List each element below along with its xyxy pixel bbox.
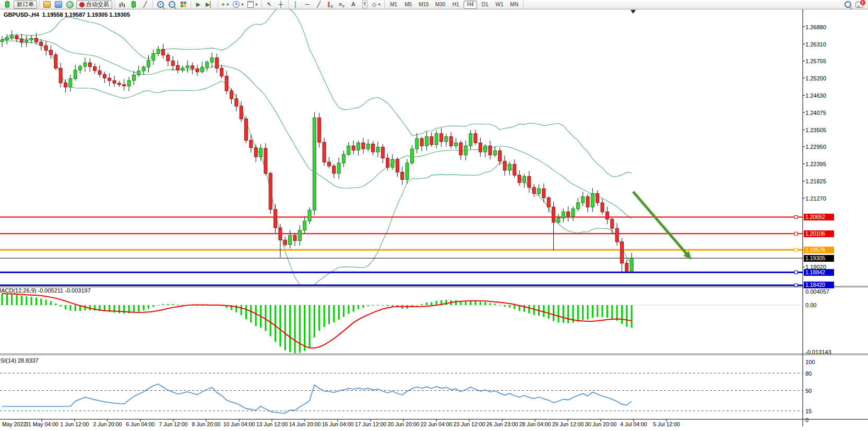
fibonacci-icon[interactable]: ≡F	[337, 1, 347, 8]
market-watch-icon[interactable]	[42, 1, 52, 8]
time-axis-label-11: 17 Jun 12:00	[355, 421, 387, 427]
symbol-period-label: GBPUSD-,H4	[4, 11, 39, 18]
trendline-icon[interactable]: ╱	[314, 1, 324, 8]
timeframe-m1[interactable]: M1	[387, 1, 400, 9]
time-axis-label-13: 22 Jun 04:00	[421, 421, 453, 427]
toolbar-group-5: +▼▼▼	[218, 0, 262, 9]
data-window-icon[interactable]	[53, 1, 64, 8]
chart-canvas[interactable]	[0, 0, 868, 431]
rsi-indicator-label: RSI(14) 28.8337	[0, 357, 39, 364]
time-axis-label-15: 26 Jun 23:00	[486, 421, 518, 427]
time-axis-label-5: 7 Jun 12:00	[159, 421, 188, 427]
price-axis-tick-1.21270: 1.21270	[805, 195, 826, 202]
price-level-badge-1.20106[interactable]: 1.20106	[804, 230, 834, 237]
time-axis-label-3: 2 Jun 20:00	[93, 421, 122, 427]
price-axis-tick-1.22950: 1.22950	[805, 144, 826, 150]
rsi-axis-80: 80	[805, 370, 812, 377]
time-axis-label-1: 31 May 04:00	[25, 421, 58, 427]
timeframe-d1[interactable]: D1	[478, 1, 492, 9]
macd-values: -0.005211 -0.003197	[38, 287, 90, 294]
ohlc-values: 1.19558 1.19587 1.19305 1.19305	[42, 11, 130, 18]
chart-shift-marker	[631, 10, 636, 14]
market-watch-icon	[43, 1, 51, 8]
time-axis-label-17: 29 Jun 12:00	[552, 421, 584, 427]
templates-icon[interactable]: ▼	[246, 1, 259, 8]
price-level-badge-1.18420[interactable]: 1.18420	[804, 282, 834, 288]
toolbar-group-7: │─╱∥E≡FAT◇▼	[289, 0, 385, 9]
price-axis-tick-1.23505: 1.23505	[805, 127, 826, 133]
indicators-icon[interactable]: +▼	[220, 1, 231, 8]
dropdown-arrow-icon: ▼	[377, 3, 381, 6]
equidistant-channel-icon[interactable]: ∥E	[325, 1, 336, 8]
rsi-axis-50: 50	[805, 388, 812, 394]
price-axis-tick-1.24075: 1.24075	[805, 110, 826, 116]
zoom-out-icon[interactable]: −	[167, 1, 177, 8]
time-axis-label-16: 28 Jun 04:00	[519, 421, 551, 427]
vertical-line-icon[interactable]: │	[291, 1, 301, 8]
price-level-badge-1.18842[interactable]: 1.18842	[804, 269, 834, 276]
cursor-icon[interactable]: ↖	[264, 1, 275, 8]
search-icon[interactable]	[842, 1, 853, 8]
horizontal-line-icon[interactable]: ─	[302, 1, 313, 8]
time-axis-label-4: 6 Jun 04:00	[126, 421, 155, 427]
chart-shift-icon[interactable]: ▶▏	[205, 1, 216, 8]
timeframe-m15[interactable]: M15	[416, 1, 431, 9]
rsi-axis-0: 0	[805, 417, 808, 423]
macd-axis-max: 0.004057	[805, 288, 829, 295]
price-axis-tick-1.26310: 1.26310	[805, 41, 826, 48]
chart-title: GBPUSD-,H41.19558 1.19587 1.19305 1.1930…	[4, 11, 130, 18]
price-axis-tick-1.22395: 1.22395	[805, 161, 826, 167]
arrows-icon[interactable]: ◇▼	[371, 1, 382, 8]
toolbar-group-4: ▶▶▏	[191, 0, 218, 9]
trend-arrow-annotation[interactable]	[633, 192, 688, 255]
toolbar: 新订单自动交易╱+−▶▶▏+▼▼▼↖┼│─╱∥E≡FAT◇▼M1M5M15M30…	[0, 0, 868, 9]
timeframe-m5[interactable]: M5	[401, 1, 415, 9]
timeframe-h4[interactable]: H4	[463, 1, 477, 9]
text-icon[interactable]: A	[348, 1, 359, 8]
time-axis-label-20: 5 Jul 12:00	[653, 421, 680, 427]
tile-windows-icon[interactable]	[178, 1, 188, 8]
timeframe-mn[interactable]: MN	[507, 1, 521, 9]
time-axis-label-12: 20 Jun 20:00	[388, 421, 420, 427]
price-level-badge-1.19576[interactable]: 1.19576	[804, 247, 834, 253]
toolbar-group-2: ╱	[115, 0, 153, 9]
time-axis-label-6: 8 Jun 20:00	[192, 421, 221, 427]
timeframe-m30[interactable]: M30	[433, 1, 448, 9]
rsi-axis-100: 100	[805, 359, 815, 365]
price-axis-tick-1.25200: 1.25200	[805, 75, 826, 81]
time-axis-label-8: 13 Jun 12:00	[256, 421, 288, 427]
autotrading-button-label: 自动交易	[86, 1, 109, 8]
new-order-button[interactable]: 新订单	[14, 1, 37, 9]
macd-axis-zero: 0.00	[805, 302, 816, 308]
toolbar-group-1: 自动交易	[40, 0, 115, 9]
navigator-icon[interactable]	[65, 1, 75, 8]
text-label-icon[interactable]: T	[360, 1, 370, 8]
rsi-axis-15: 15	[805, 408, 812, 414]
time-axis-label-18: 30 Jun 20:00	[585, 421, 617, 427]
price-level-badge-1.20652[interactable]: 1.20652	[804, 214, 834, 220]
crosshair-icon[interactable]: ┼	[276, 1, 286, 8]
zoom-in-icon[interactable]: +	[155, 1, 165, 8]
candlestick-chart-icon[interactable]	[128, 1, 139, 8]
toolbar-right-group: 1	[840, 0, 868, 9]
price-axis-tick-1.21825: 1.21825	[805, 178, 826, 184]
autotrading-button[interactable]: 自动交易	[76, 1, 112, 9]
time-axis-label-9: 14 Jun 20:00	[289, 421, 321, 427]
timeframe-h1[interactable]: H1	[449, 1, 462, 9]
line-chart-icon[interactable]: ╱	[140, 1, 150, 8]
toolbar-group-6: ↖┼	[262, 0, 289, 9]
symbol-mini-icon[interactable]	[2, 1, 13, 8]
time-axis-label-7: 10 Jun 04:00	[223, 421, 255, 427]
dropdown-arrow-icon: ▼	[241, 3, 244, 6]
timeframe-w1[interactable]: W1	[493, 1, 506, 9]
auto-scroll-icon[interactable]: ▶	[193, 1, 204, 8]
time-axis-label-2: 1 Jun 12:00	[61, 421, 89, 427]
mt4-window: { "toolbar": { "groups": [ [ {"kind":"ic…	[0, 0, 868, 431]
bar-chart-icon[interactable]	[117, 1, 127, 8]
time-axis-label-14: 23 Jun 12:00	[454, 421, 485, 427]
toolbar-group-0: 新订单	[0, 0, 40, 9]
time-axis-label-0: May 2022	[2, 421, 26, 427]
notifications-icon[interactable]: 1	[854, 1, 864, 8]
price-axis-tick-1.25755: 1.25755	[805, 58, 826, 64]
periods-icon[interactable]: ▼	[232, 1, 245, 8]
